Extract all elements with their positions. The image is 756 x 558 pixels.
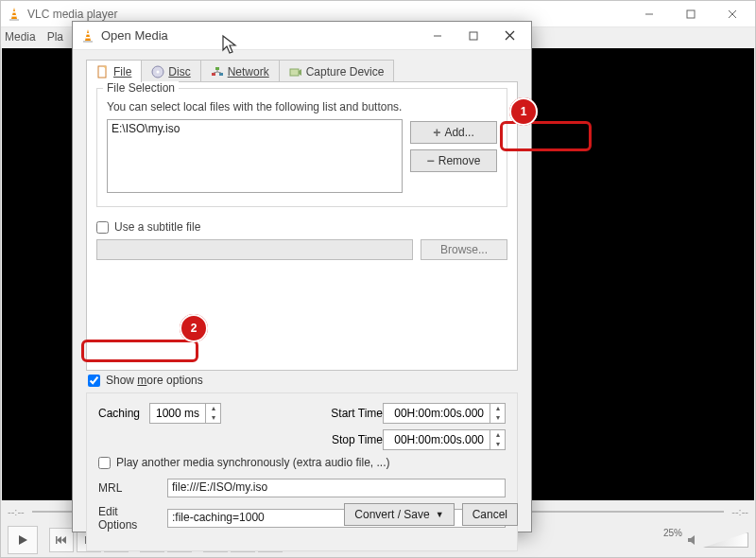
main-close-button[interactable] xyxy=(712,1,753,27)
vlc-cone-icon xyxy=(80,28,95,44)
svg-rect-40 xyxy=(215,67,219,70)
svg-line-43 xyxy=(217,72,221,73)
subtitle-path-field xyxy=(96,239,413,260)
caching-value[interactable]: 1000 ms xyxy=(150,407,205,420)
annotation-box-showmore xyxy=(81,340,198,362)
edit-options-label: Edit Options xyxy=(98,505,160,532)
main-maximize-button[interactable] xyxy=(670,1,712,27)
svg-rect-28 xyxy=(86,33,90,35)
svg-marker-11 xyxy=(57,536,61,544)
start-time-value[interactable]: 00H:00m:00s.000 xyxy=(384,407,490,420)
svg-marker-13 xyxy=(61,536,66,544)
convert-save-label: Convert / Save xyxy=(354,508,429,521)
svg-rect-27 xyxy=(83,41,93,43)
open-media-dialog: Open Media File Disc Network Capture Dev… xyxy=(72,21,532,532)
time-total: --:-- xyxy=(731,506,748,517)
dialog-close-button[interactable] xyxy=(491,23,527,49)
cancel-button[interactable]: Cancel xyxy=(462,503,518,526)
subtitle-browse-button: Browse... xyxy=(421,239,507,260)
chevron-down-icon[interactable]: ▾ xyxy=(490,413,505,423)
svg-rect-12 xyxy=(56,536,58,544)
menu-media[interactable]: Media xyxy=(5,30,36,44)
caching-label: Caching xyxy=(98,407,149,420)
show-more-options-input[interactable] xyxy=(88,375,100,387)
subtitle-group: Use a subtitle file Browse... xyxy=(96,220,507,260)
svg-rect-2 xyxy=(12,11,16,13)
caching-spinner[interactable]: 1000 ms ▴▾ xyxy=(149,403,221,424)
play-button[interactable] xyxy=(8,526,38,554)
svg-marker-25 xyxy=(688,535,695,545)
svg-rect-38 xyxy=(212,73,215,76)
svg-point-37 xyxy=(157,70,160,73)
svg-rect-31 xyxy=(470,32,477,40)
svg-rect-29 xyxy=(86,37,91,39)
remove-button[interactable]: − Remove xyxy=(410,149,497,172)
chevron-down-icon: ▼ xyxy=(436,510,444,519)
play-sync-label: Play another media synchronously (extra … xyxy=(116,456,389,469)
annotation-box-add xyxy=(500,121,592,151)
tab-bar: File Disc Network Capture Device xyxy=(86,60,393,82)
chevron-down-icon[interactable]: ▾ xyxy=(490,440,505,449)
disc-icon xyxy=(151,65,164,78)
mrl-field[interactable]: file:///E:/ISO/my.iso xyxy=(167,479,506,497)
main-minimize-button[interactable] xyxy=(628,1,670,27)
start-time-label: Start Time xyxy=(322,407,383,420)
svg-marker-10 xyxy=(19,535,27,545)
convert-save-button[interactable]: Convert / Save ▼ xyxy=(344,503,454,526)
tab-file-label: File xyxy=(113,65,131,78)
speaker-icon[interactable] xyxy=(686,533,699,547)
use-subtitle-checkbox[interactable]: Use a subtitle file xyxy=(96,220,507,234)
play-sync-input[interactable] xyxy=(98,457,111,469)
chevron-down-icon[interactable]: ▾ xyxy=(206,413,220,423)
dialog-minimize-button[interactable] xyxy=(420,23,455,49)
svg-rect-5 xyxy=(687,10,695,18)
dialog-maximize-button[interactable] xyxy=(455,23,491,49)
dialog-title: Open Media xyxy=(101,28,420,43)
svg-rect-39 xyxy=(219,73,223,76)
tab-capture[interactable]: Capture Device xyxy=(279,60,395,82)
use-subtitle-label: Use a subtitle file xyxy=(114,220,200,234)
chevron-up-icon[interactable]: ▴ xyxy=(490,404,505,413)
menu-playback[interactable]: Pla xyxy=(47,30,63,44)
start-time-spinner[interactable]: 00H:00m:00s.000 ▴▾ xyxy=(383,403,506,424)
file-selection-group: File Selection You can select local file… xyxy=(96,88,507,207)
use-subtitle-input[interactable] xyxy=(96,221,109,234)
dialog-titlebar: Open Media xyxy=(73,22,531,50)
tab-file[interactable]: File xyxy=(86,60,142,82)
main-window-title: VLC media player xyxy=(27,8,628,21)
tab-disc-label: Disc xyxy=(168,65,190,78)
cancel-button-label: Cancel xyxy=(472,508,507,521)
advanced-panel: Caching 1000 ms ▴▾ Start Time 00H:00m:00… xyxy=(86,392,518,551)
remove-button-label: Remove xyxy=(438,154,481,167)
stop-time-spinner[interactable]: 00H:00m:00s.000 ▴▾ xyxy=(383,429,506,450)
file-selection-description: You can select local files with the foll… xyxy=(107,100,497,113)
capture-icon xyxy=(289,65,302,78)
stop-time-value[interactable]: 00H:00m:00s.000 xyxy=(384,433,490,446)
time-elapsed: --:-- xyxy=(8,506,25,517)
volume-slider[interactable] xyxy=(703,532,748,548)
prev-button[interactable] xyxy=(49,528,74,552)
vlc-cone-icon xyxy=(7,7,22,22)
annotation-circle-2: 2 xyxy=(180,314,208,342)
add-button[interactable]: + Add... xyxy=(410,121,497,144)
dialog-body: File Disc Network Capture Device File Se… xyxy=(73,50,531,532)
minus-icon: − xyxy=(427,154,435,167)
chevron-up-icon[interactable]: ▴ xyxy=(206,404,220,413)
tab-network-label: Network xyxy=(228,65,269,78)
play-sync-checkbox[interactable]: Play another media synchronously (extra … xyxy=(98,456,506,469)
file-icon xyxy=(96,65,110,78)
chevron-up-icon[interactable]: ▴ xyxy=(490,430,505,440)
file-list[interactable]: E:\ISO\my.iso xyxy=(107,119,403,193)
show-more-options-checkbox[interactable]: Show more options xyxy=(88,374,203,387)
file-list-item[interactable]: E:\ISO\my.iso xyxy=(112,122,398,135)
tab-network[interactable]: Network xyxy=(200,60,280,82)
svg-marker-26 xyxy=(85,29,91,41)
file-selection-legend: File Selection xyxy=(103,81,179,95)
plus-icon: + xyxy=(433,126,440,139)
tab-disc[interactable]: Disc xyxy=(141,60,200,82)
tab-capture-label: Capture Device xyxy=(306,65,385,78)
dialog-button-row: Convert / Save ▼ Cancel xyxy=(344,503,518,526)
tab-page-file: File Selection You can select local file… xyxy=(86,81,518,371)
network-icon xyxy=(211,65,224,78)
svg-rect-1 xyxy=(9,19,19,21)
